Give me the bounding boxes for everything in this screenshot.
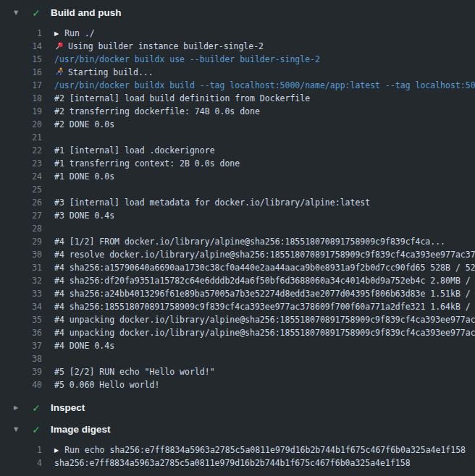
log-text: #4 resolve docker.io/library/alpine@sha2… (42, 248, 475, 261)
log-text-value: Run echo sha256:e7ff8834a5963a2785c5a081… (64, 445, 466, 455)
log-text: #4 sha256:a24bb4013296f61e89ba57005a7b3e… (42, 287, 475, 300)
log-text-value: #2 DONE 0.0s (54, 119, 114, 129)
log-text: #4 [1/2] FROM docker.io/library/alpine@s… (42, 235, 475, 248)
line-number[interactable]: 27 (0, 209, 42, 222)
log-text-value: #2 [internal] load build definition from… (54, 93, 310, 103)
log-text: #5 0.060 Hello world! (42, 378, 475, 391)
command-text: /usr/bin/docker buildx build --tag local… (42, 79, 475, 92)
log-text: ▶Run echo sha256:e7ff8834a5963a2785c5a08… (42, 443, 475, 456)
log-text-value: #5 [2/2] RUN echo "Hello world!" (54, 367, 215, 377)
log-text-value: /usr/bin/docker buildx use --builder bui… (54, 54, 320, 64)
log-text (42, 352, 475, 365)
log-text-value: Run ./ (64, 28, 95, 38)
log-line: 17/usr/bin/docker buildx build --tag loc… (0, 79, 475, 92)
line-number[interactable]: 14 (0, 40, 42, 53)
section-header-inspect[interactable]: ▶✓Inspect (0, 397, 475, 419)
line-number[interactable]: 29 (0, 235, 42, 248)
log-lines: 1▶Run echo sha256:e7ff8834a5963a2785c5a0… (0, 443, 475, 469)
chevron-down-icon[interactable]: ▼ (12, 423, 20, 436)
line-number[interactable]: 33 (0, 287, 42, 300)
line-number[interactable]: 31 (0, 261, 42, 274)
line-number[interactable]: 24 (0, 170, 42, 183)
line-number[interactable]: 4 (0, 456, 42, 469)
log-text-value: #4 resolve docker.io/library/alpine@sha2… (54, 250, 475, 260)
log-text-value: #4 unpacking docker.io/library/alpine@sh… (54, 315, 475, 325)
line-number[interactable]: 32 (0, 274, 42, 287)
log-line: 4sha256:e7ff8834a5963a2785c5a0811e979d16… (0, 456, 475, 469)
play-triangle-icon[interactable]: ▶ (54, 27, 59, 40)
log-line: 21 (0, 131, 475, 144)
line-number[interactable]: 39 (0, 365, 42, 378)
log-line: 27#3 DONE 0.4s (0, 209, 475, 222)
check-icon: ✓ (31, 423, 41, 436)
line-number[interactable]: 26 (0, 196, 42, 209)
command-text: /usr/bin/docker buildx use --builder bui… (42, 53, 475, 66)
line-number[interactable]: 1 (0, 27, 42, 40)
line-number[interactable]: 16 (0, 66, 42, 79)
line-number[interactable]: 36 (0, 326, 42, 339)
log-text: #4 DONE 0.4s (42, 339, 475, 352)
log-line: 25 (0, 183, 475, 196)
log-line: 39#5 [2/2] RUN echo "Hello world!" (0, 365, 475, 378)
runner-icon (54, 67, 64, 77)
log-text: #4 unpacking docker.io/library/alpine@sh… (42, 313, 475, 326)
log-text-value: #4 sha256:185518070891758909c9f839cf4ca3… (54, 302, 475, 312)
log-line: 14Using builder instance builder-single-… (0, 40, 475, 53)
check-icon: ✓ (31, 401, 41, 415)
line-number[interactable]: 37 (0, 339, 42, 352)
log-line: 18#2 [internal] load build definition fr… (0, 92, 475, 105)
log-text-value: sha256:e7ff8834a5963a2785c5a0811e979d16b… (54, 458, 411, 468)
log-text: #5 [2/2] RUN echo "Hello world!" (42, 365, 475, 378)
play-triangle-icon[interactable]: ▶ (54, 444, 59, 456)
line-number[interactable]: 18 (0, 92, 42, 105)
line-number[interactable]: 28 (0, 222, 42, 235)
log-line: 38 (0, 352, 475, 365)
line-number[interactable]: 20 (0, 118, 42, 131)
log-text-value: #3 DONE 0.4s (54, 211, 114, 221)
line-number[interactable]: 34 (0, 300, 42, 313)
line-number[interactable]: 21 (0, 131, 42, 144)
line-number[interactable]: 35 (0, 313, 42, 326)
log-line: 28 (0, 222, 475, 235)
line-number[interactable]: 30 (0, 248, 42, 261)
log-text (42, 183, 475, 196)
log-line: 19#2 transferring dockerfile: 74B 0.0s d… (0, 105, 475, 118)
log-text-value: Using builder instance builder-single-2 (68, 41, 264, 51)
log-text: #4 unpacking docker.io/library/alpine@sh… (42, 326, 475, 339)
log-line: 35#4 unpacking docker.io/library/alpine@… (0, 313, 475, 326)
line-number[interactable]: 19 (0, 105, 42, 118)
log-line: 22#1 [internal] load .dockerignore (0, 144, 475, 157)
log-line: 32#4 sha256:df20fa9351a15782c64e6dddb2d4… (0, 274, 475, 287)
line-number[interactable]: 1 (0, 443, 42, 456)
log-text-value: #1 [internal] load .dockerignore (54, 145, 215, 156)
log-text-value: Starting build... (68, 67, 154, 77)
log-text: #2 DONE 0.0s (42, 118, 475, 131)
line-number[interactable]: 22 (0, 144, 42, 157)
log-line: 30#4 resolve docker.io/library/alpine@sh… (0, 248, 475, 261)
log-text: #1 [internal] load .dockerignore (42, 144, 475, 157)
chevron-right-icon[interactable]: ▶ (12, 401, 20, 415)
log-text-value: #4 sha256:df20fa9351a15782c64e6dddb2d4a6… (54, 276, 475, 286)
log-text: #4 sha256:df20fa9351a15782c64e6dddb2d4a6… (42, 274, 475, 287)
log-text: #2 transferring dockerfile: 74B 0.0s don… (42, 105, 475, 118)
log-line: 37#4 DONE 0.4s (0, 339, 475, 352)
log-line: 24#1 DONE 0.0s (0, 170, 475, 183)
line-number[interactable]: 38 (0, 352, 42, 365)
log-line: 29#4 [1/2] FROM docker.io/library/alpine… (0, 235, 475, 248)
log-text: #4 sha256:185518070891758909c9f839cf4ca3… (42, 300, 475, 313)
line-number[interactable]: 25 (0, 183, 42, 196)
log-text: #4 sha256:a15790640a6690aa1730c38cf0a440… (42, 261, 475, 274)
line-number[interactable]: 15 (0, 53, 42, 66)
section-title: Inspect (51, 401, 85, 415)
log-line: 26#3 [internal] load metadata for docker… (0, 196, 475, 209)
line-number[interactable]: 23 (0, 157, 42, 170)
section-header-image-digest[interactable]: ▼✓Image digest (0, 419, 475, 441)
log-line: 34#4 sha256:185518070891758909c9f839cf4c… (0, 300, 475, 313)
section-header-build-and-push[interactable]: ▼✓Build and push (0, 2, 475, 24)
log-line: 40#5 0.060 Hello world! (0, 378, 475, 391)
check-icon: ✓ (31, 7, 41, 20)
line-number[interactable]: 40 (0, 378, 42, 391)
chevron-down-icon[interactable]: ▼ (12, 7, 20, 20)
line-number[interactable]: 17 (0, 79, 42, 92)
pushpin-icon (54, 41, 64, 51)
